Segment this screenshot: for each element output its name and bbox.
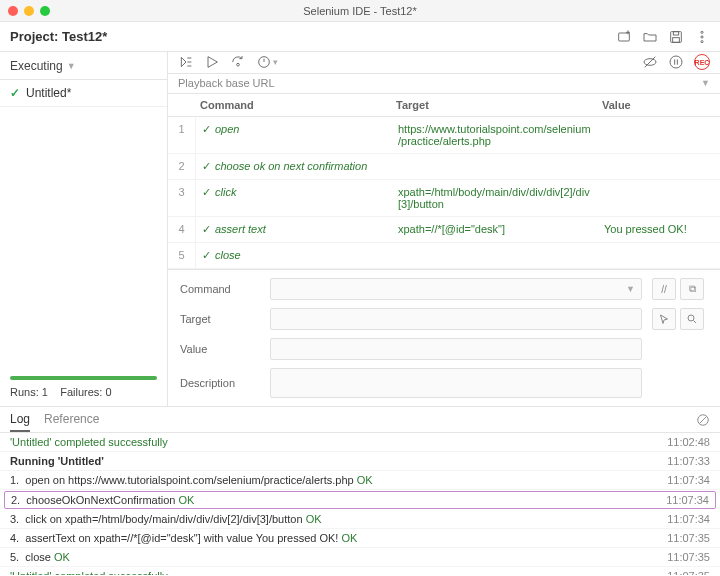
svg-point-8 — [701, 40, 703, 42]
log-time: 11:02:48 — [667, 436, 710, 448]
editor-description-input[interactable] — [270, 368, 642, 398]
disable-breakpoints-icon[interactable] — [642, 54, 658, 70]
window-title: Selenium IDE - Test12* — [0, 5, 720, 17]
row-target: xpath=/html/body/main/div/div/div[2]/div… — [392, 180, 598, 216]
failures-count: 0 — [105, 386, 111, 398]
row-number: 1 — [168, 117, 196, 153]
log-text: 'Untitled' completed successfully — [10, 436, 168, 448]
clear-log-icon[interactable] — [696, 413, 710, 427]
row-command: ✓open — [196, 117, 392, 153]
test-list: ✓ Untitled* — [0, 80, 167, 376]
runs-count: 1 — [42, 386, 48, 398]
log-text: 2. chooseOkOnNextConfirmation OK — [11, 494, 194, 506]
log-text: 1. open on https://www.tutorialspoint.co… — [10, 474, 373, 486]
more-menu-icon[interactable] — [694, 29, 710, 45]
check-icon: ✓ — [202, 160, 211, 173]
check-icon: ✓ — [10, 86, 20, 100]
svg-rect-4 — [673, 31, 678, 34]
row-value — [598, 117, 720, 153]
failures-label: Failures: — [60, 386, 102, 398]
log-row: Running 'Untitled'11:07:33 — [0, 452, 720, 471]
log-time: 11:07:35 — [667, 532, 710, 544]
svg-rect-5 — [673, 37, 680, 42]
svg-point-14 — [237, 64, 240, 67]
row-number: 4 — [168, 217, 196, 242]
main-panel: ▾ REC Playback base URL ▼ Command Target… — [168, 52, 720, 406]
log-text: Running 'Untitled' — [10, 455, 104, 467]
runs-label: Runs: — [10, 386, 39, 398]
log-text: 'Untitled' completed successfully — [10, 570, 168, 575]
progress-bar — [10, 376, 157, 380]
editor-value-input[interactable] — [270, 338, 642, 360]
tab-reference[interactable]: Reference — [44, 408, 99, 432]
row-number: 5 — [168, 243, 196, 268]
row-target — [392, 154, 598, 179]
sidebar-tab-label: Executing — [10, 59, 63, 73]
log-row: 'Untitled' completed successfully11:07:3… — [0, 567, 720, 575]
row-command: ✓click — [196, 180, 392, 216]
test-item[interactable]: ✓ Untitled* — [0, 80, 167, 107]
speed-icon[interactable]: ▾ — [256, 54, 278, 70]
save-project-icon[interactable] — [668, 29, 684, 45]
toolbar: ▾ REC — [168, 52, 720, 74]
grid-row[interactable]: 1✓openhttps://www.tutorialspoint.com/sel… — [168, 117, 720, 154]
chevron-down-icon: ▼ — [626, 284, 635, 294]
check-icon: ✓ — [202, 123, 211, 136]
toggle-comment-button[interactable]: // — [652, 278, 676, 300]
log-text: 5. close OK — [10, 551, 70, 563]
svg-marker-9 — [181, 58, 186, 67]
log-row: 'Untitled' completed successfully11:02:4… — [0, 433, 720, 452]
project-bar: Project: Test12* — [0, 22, 720, 52]
editor-command-input[interactable]: ▼ — [270, 278, 642, 300]
select-target-button[interactable] — [652, 308, 676, 330]
run-stats: Runs: 1 Failures: 0 — [0, 376, 167, 406]
log-text: 4. assertText on xpath=//*[@id="desk"] w… — [10, 532, 357, 544]
grid-header: Command Target Value — [168, 94, 720, 117]
open-reference-button[interactable]: ⧉ — [680, 278, 704, 300]
grid-row[interactable]: 3✓clickxpath=/html/body/main/div/div/div… — [168, 180, 720, 217]
log-row: 3. click on xpath=/html/body/main/div/di… — [0, 510, 720, 529]
new-project-icon[interactable] — [616, 29, 632, 45]
record-label: REC — [694, 54, 710, 70]
log-text: 3. click on xpath=/html/body/main/div/di… — [10, 513, 322, 525]
log-row: 1. open on https://www.tutorialspoint.co… — [0, 471, 720, 490]
tab-log[interactable]: Log — [10, 408, 30, 432]
check-icon: ✓ — [202, 223, 211, 236]
row-value — [598, 243, 720, 268]
row-command: ✓assert text — [196, 217, 392, 242]
test-item-name: Untitled* — [26, 86, 71, 100]
row-value: You pressed OK! — [598, 217, 720, 242]
log-section: Log Reference 'Untitled' completed succe… — [0, 406, 720, 575]
pause-icon[interactable] — [668, 54, 684, 70]
col-header-value: Value — [598, 94, 720, 116]
check-icon: ✓ — [202, 186, 211, 199]
playback-url-input[interactable]: Playback base URL ▼ — [168, 74, 720, 94]
log-time: 11:07:35 — [667, 570, 710, 575]
command-editor: Command ▼ // ⧉ Target Value Description — [168, 269, 720, 406]
record-icon[interactable]: REC — [694, 54, 710, 70]
sidebar-tab-executing[interactable]: Executing ▼ — [0, 52, 167, 80]
row-target — [392, 243, 598, 268]
run-current-icon[interactable] — [204, 54, 220, 70]
grid-row[interactable]: 5✓close — [168, 243, 720, 269]
grid-row[interactable]: 4✓assert textxpath=//*[@id="desk"]You pr… — [168, 217, 720, 243]
log-time: 11:07:35 — [667, 551, 710, 563]
open-project-icon[interactable] — [642, 29, 658, 45]
log-time: 11:07:33 — [667, 455, 710, 467]
svg-line-24 — [694, 321, 697, 324]
row-value — [598, 154, 720, 179]
log-row: 5. close OK11:07:35 — [0, 548, 720, 567]
command-grid: Command Target Value 1✓openhttps://www.t… — [168, 94, 720, 269]
row-value — [598, 180, 720, 216]
svg-marker-13 — [208, 57, 217, 68]
svg-point-7 — [701, 35, 703, 37]
col-header-command: Command — [196, 94, 392, 116]
step-over-icon[interactable] — [230, 54, 246, 70]
run-all-icon[interactable] — [178, 54, 194, 70]
row-target: xpath=//*[@id="desk"] — [392, 217, 598, 242]
grid-row[interactable]: 2✓choose ok on next confirmation — [168, 154, 720, 180]
log-body[interactable]: 'Untitled' completed successfully11:02:4… — [0, 433, 720, 575]
editor-target-input[interactable] — [270, 308, 642, 330]
row-command: ✓close — [196, 243, 392, 268]
find-target-button[interactable] — [680, 308, 704, 330]
